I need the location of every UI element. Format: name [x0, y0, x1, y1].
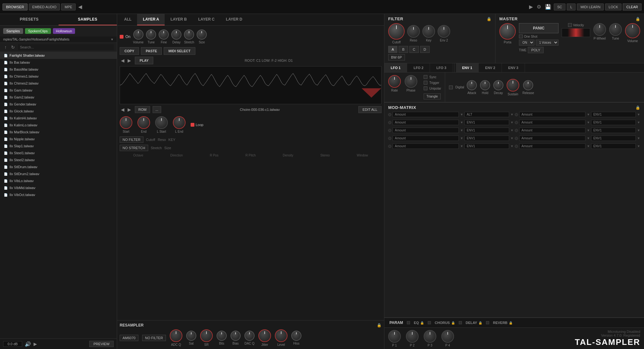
tune-knob[interactable] — [146, 29, 156, 40]
p1-knob[interactable] — [388, 330, 401, 343]
mod-led[interactable] — [515, 121, 518, 124]
lfo-rate-knob[interactable] — [388, 75, 401, 88]
clear-button[interactable]: CLEAR — [623, 3, 641, 10]
start-knob[interactable] — [120, 116, 132, 129]
mpe-button[interactable]: MPE — [61, 3, 76, 10]
delay-led[interactable] — [486, 321, 489, 324]
eq-led[interactable] — [428, 321, 431, 324]
tab-layer-d[interactable]: LAYER D — [220, 14, 248, 25]
master-tune-knob[interactable] — [609, 23, 622, 36]
tab-all[interactable]: ALL — [118, 14, 137, 25]
mod-dest-input[interactable] — [464, 136, 509, 141]
list-item[interactable]: 📄Ilx Glock.talwav — [0, 108, 117, 115]
mod-dest-input[interactable] — [591, 143, 636, 149]
transport-prev-button[interactable]: ◀ — [120, 107, 126, 112]
reverb-tab[interactable]: REVERB 🔒 — [490, 320, 515, 326]
p2-knob[interactable] — [406, 330, 419, 343]
fine-knob[interactable] — [159, 29, 169, 40]
mod-led[interactable] — [515, 129, 518, 132]
list-item[interactable]: 📄Ilx Chimes1.talwav — [0, 73, 117, 80]
midi-learn-button[interactable]: MIDI LEARN — [577, 3, 604, 10]
lfo2-tab[interactable]: LFO 2 — [407, 63, 430, 72]
sync-checkbox[interactable] — [424, 75, 427, 79]
mod-dest-input[interactable] — [464, 143, 509, 149]
unipolar-checkbox[interactable] — [424, 86, 427, 90]
reso-knob[interactable] — [407, 25, 420, 38]
mod-amount-input[interactable] — [393, 136, 459, 141]
tag-samples[interactable]: Samples — [3, 28, 23, 34]
chorus-led[interactable] — [459, 321, 462, 324]
jitter-knob[interactable] — [258, 329, 271, 342]
key-knob[interactable] — [422, 25, 435, 38]
transport-next-button[interactable]: ▶ — [126, 107, 132, 112]
list-item[interactable]: 📄Ilx Bar.talwav — [0, 59, 117, 66]
lstart-knob[interactable] — [155, 116, 168, 129]
mod-led[interactable] — [515, 137, 518, 140]
tag-hollow[interactable]: Hollowsun — [53, 28, 75, 34]
sr-knob[interactable] — [200, 329, 213, 342]
mod-led[interactable] — [388, 137, 391, 140]
lfo-shape-dropdown[interactable]: Triangle — [424, 93, 441, 99]
env1-tab[interactable]: ENV 1 — [456, 63, 479, 72]
env2-knob[interactable] — [438, 25, 450, 38]
one-shot-checkbox[interactable] — [519, 35, 523, 38]
delay-tab[interactable]: DELAY 🔒 — [463, 320, 485, 326]
preview-button[interactable]: PREVIEW — [89, 341, 114, 347]
pwheel-knob[interactable] — [593, 23, 606, 36]
list-item[interactable]: 📄Ilx VibMid.talwav — [0, 184, 117, 191]
search-input[interactable] — [18, 44, 114, 50]
list-item[interactable]: 📄Ilx Gam2.talwav — [0, 94, 117, 101]
presets-tab[interactable]: PRESETS — [0, 14, 59, 25]
tag-spoken[interactable]: SpokenClips — [25, 28, 51, 34]
mod-amount-input[interactable] — [519, 112, 585, 117]
param-led[interactable] — [407, 321, 410, 324]
velocity-checkbox[interactable] — [568, 23, 572, 27]
samples-tab[interactable]: SAMPLES — [59, 14, 117, 25]
master-volume-knob[interactable] — [625, 23, 640, 38]
browser-button[interactable]: BROWSER — [3, 3, 28, 10]
size-knob[interactable] — [197, 29, 207, 40]
p3-knob[interactable] — [424, 330, 436, 343]
list-item[interactable]: 📄Ilx VibOct.talwav — [0, 191, 117, 198]
volume-knob[interactable] — [133, 29, 143, 40]
file-list[interactable]: 📄 Fairlight Shatter.talwav 📄Ilx Bar.talw… — [0, 52, 117, 339]
mod-led[interactable] — [515, 113, 518, 116]
rom-button[interactable]: ROM — [135, 106, 150, 113]
arrow-left-icon[interactable]: ◀ — [77, 4, 83, 10]
filter-type-dropdown[interactable]: BW 6P — [388, 54, 405, 60]
trigger-checkbox[interactable] — [424, 81, 427, 85]
list-item[interactable]: 📄Ilx StlDrum2.talwav — [0, 170, 117, 177]
filter-dropdown[interactable]: NO FILTER — [120, 136, 143, 143]
hiss-knob[interactable] — [291, 331, 301, 341]
list-item[interactable]: 📄Ilx Steel1.talwav — [0, 149, 117, 156]
end-knob[interactable] — [137, 116, 150, 129]
mod-dest-input[interactable] — [591, 128, 636, 133]
list-item[interactable]: 📄Ilx KalimHi.talwav — [0, 115, 117, 122]
l-button[interactable]: L — [567, 3, 576, 10]
on-dropdown[interactable]: ON — [519, 40, 534, 46]
tab-layer-c[interactable]: LAYER C — [193, 14, 220, 25]
tab-layer-a[interactable]: LAYER A — [137, 14, 165, 25]
mod-amount-input[interactable] — [519, 136, 585, 141]
filter-a-button[interactable]: A — [388, 46, 397, 53]
mod-amount-input[interactable] — [519, 128, 585, 133]
lend-knob[interactable] — [173, 116, 186, 129]
chorus-tab[interactable]: CHORUS 🔒 — [432, 320, 458, 326]
mod-led[interactable] — [388, 113, 391, 116]
mod-dest-input[interactable] — [464, 128, 509, 133]
mod-amount-input[interactable] — [393, 128, 459, 133]
list-item[interactable]: 📄Ilx Gam.talwav — [0, 87, 117, 94]
tab-layer-b[interactable]: LAYER B — [165, 14, 193, 25]
list-item[interactable]: 📄Ilx VibLo.talwav — [0, 177, 117, 184]
release-knob[interactable] — [523, 80, 533, 90]
adc-q-knob[interactable] — [170, 329, 182, 342]
lfo3-tab[interactable]: LFO 3 — [430, 63, 453, 72]
level-knob[interactable] — [275, 329, 287, 342]
embed-audio-button[interactable]: EMBED AUDIO — [29, 3, 60, 10]
list-item[interactable]: 📄Ilx StlDrum.talwav — [0, 163, 117, 170]
play-icon[interactable]: ▶ — [528, 4, 534, 10]
edit-all-button[interactable]: EDIT ALL — [358, 106, 382, 113]
preset-name-input[interactable]: CH_FullChoire — [85, 3, 527, 10]
save-icon[interactable]: 💾 — [544, 4, 552, 10]
am6070-dropdown[interactable]: AM6070 — [120, 335, 138, 341]
